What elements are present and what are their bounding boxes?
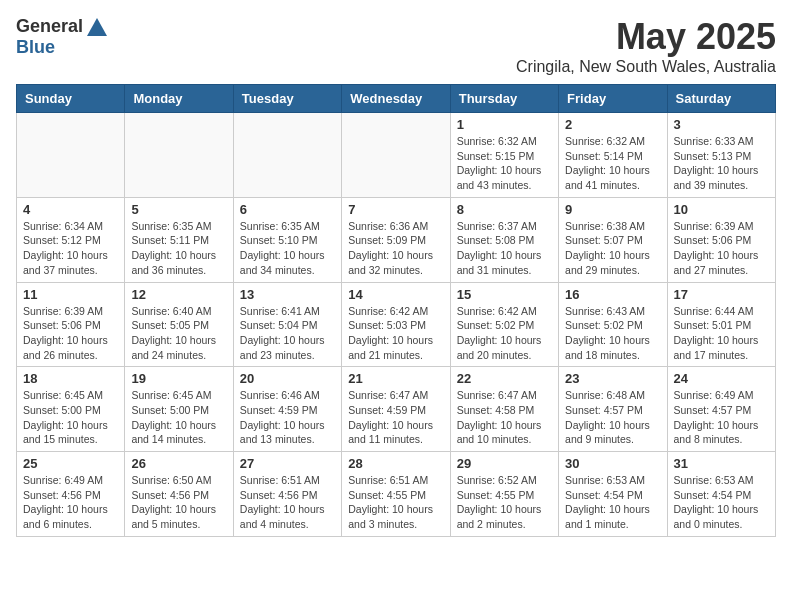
calendar-cell: 17Sunrise: 6:44 AM Sunset: 5:01 PM Dayli… [667, 282, 775, 367]
logo-blue: Blue [16, 38, 109, 58]
calendar-cell: 28Sunrise: 6:51 AM Sunset: 4:55 PM Dayli… [342, 452, 450, 537]
header-monday: Monday [125, 85, 233, 113]
month-title: May 2025 [516, 16, 776, 58]
header-tuesday: Tuesday [233, 85, 341, 113]
day-info: Sunrise: 6:40 AM Sunset: 5:05 PM Dayligh… [131, 304, 226, 363]
day-info: Sunrise: 6:37 AM Sunset: 5:08 PM Dayligh… [457, 219, 552, 278]
day-info: Sunrise: 6:39 AM Sunset: 5:06 PM Dayligh… [674, 219, 769, 278]
day-number: 5 [131, 202, 226, 217]
day-number: 19 [131, 371, 226, 386]
calendar-cell: 7Sunrise: 6:36 AM Sunset: 5:09 PM Daylig… [342, 197, 450, 282]
day-number: 2 [565, 117, 660, 132]
calendar-week-1: 1Sunrise: 6:32 AM Sunset: 5:15 PM Daylig… [17, 113, 776, 198]
day-info: Sunrise: 6:39 AM Sunset: 5:06 PM Dayligh… [23, 304, 118, 363]
day-info: Sunrise: 6:42 AM Sunset: 5:02 PM Dayligh… [457, 304, 552, 363]
day-number: 18 [23, 371, 118, 386]
calendar-cell: 26Sunrise: 6:50 AM Sunset: 4:56 PM Dayli… [125, 452, 233, 537]
day-number: 11 [23, 287, 118, 302]
day-number: 22 [457, 371, 552, 386]
calendar-cell: 3Sunrise: 6:33 AM Sunset: 5:13 PM Daylig… [667, 113, 775, 198]
day-info: Sunrise: 6:46 AM Sunset: 4:59 PM Dayligh… [240, 388, 335, 447]
day-info: Sunrise: 6:33 AM Sunset: 5:13 PM Dayligh… [674, 134, 769, 193]
day-number: 20 [240, 371, 335, 386]
svg-marker-0 [87, 18, 107, 36]
calendar-cell: 2Sunrise: 6:32 AM Sunset: 5:14 PM Daylig… [559, 113, 667, 198]
calendar-cell: 1Sunrise: 6:32 AM Sunset: 5:15 PM Daylig… [450, 113, 558, 198]
day-info: Sunrise: 6:35 AM Sunset: 5:11 PM Dayligh… [131, 219, 226, 278]
day-number: 3 [674, 117, 769, 132]
day-info: Sunrise: 6:34 AM Sunset: 5:12 PM Dayligh… [23, 219, 118, 278]
calendar-cell: 5Sunrise: 6:35 AM Sunset: 5:11 PM Daylig… [125, 197, 233, 282]
day-number: 14 [348, 287, 443, 302]
calendar: Sunday Monday Tuesday Wednesday Thursday… [16, 84, 776, 537]
calendar-cell: 16Sunrise: 6:43 AM Sunset: 5:02 PM Dayli… [559, 282, 667, 367]
calendar-cell: 8Sunrise: 6:37 AM Sunset: 5:08 PM Daylig… [450, 197, 558, 282]
day-info: Sunrise: 6:43 AM Sunset: 5:02 PM Dayligh… [565, 304, 660, 363]
day-number: 1 [457, 117, 552, 132]
calendar-cell: 19Sunrise: 6:45 AM Sunset: 5:00 PM Dayli… [125, 367, 233, 452]
day-number: 9 [565, 202, 660, 217]
day-info: Sunrise: 6:32 AM Sunset: 5:15 PM Dayligh… [457, 134, 552, 193]
calendar-cell: 10Sunrise: 6:39 AM Sunset: 5:06 PM Dayli… [667, 197, 775, 282]
calendar-cell: 21Sunrise: 6:47 AM Sunset: 4:59 PM Dayli… [342, 367, 450, 452]
calendar-week-3: 11Sunrise: 6:39 AM Sunset: 5:06 PM Dayli… [17, 282, 776, 367]
day-number: 17 [674, 287, 769, 302]
day-info: Sunrise: 6:51 AM Sunset: 4:55 PM Dayligh… [348, 473, 443, 532]
day-number: 8 [457, 202, 552, 217]
calendar-cell [125, 113, 233, 198]
logo-icon [85, 16, 109, 40]
day-info: Sunrise: 6:49 AM Sunset: 4:57 PM Dayligh… [674, 388, 769, 447]
page-header: General Blue May 2025 Cringila, New Sout… [16, 16, 776, 76]
day-number: 21 [348, 371, 443, 386]
day-info: Sunrise: 6:47 AM Sunset: 4:59 PM Dayligh… [348, 388, 443, 447]
day-info: Sunrise: 6:49 AM Sunset: 4:56 PM Dayligh… [23, 473, 118, 532]
day-info: Sunrise: 6:50 AM Sunset: 4:56 PM Dayligh… [131, 473, 226, 532]
day-number: 15 [457, 287, 552, 302]
calendar-cell: 30Sunrise: 6:53 AM Sunset: 4:54 PM Dayli… [559, 452, 667, 537]
title-section: May 2025 Cringila, New South Wales, Aust… [516, 16, 776, 76]
day-number: 30 [565, 456, 660, 471]
calendar-cell [17, 113, 125, 198]
day-info: Sunrise: 6:53 AM Sunset: 4:54 PM Dayligh… [674, 473, 769, 532]
header-saturday: Saturday [667, 85, 775, 113]
calendar-cell: 9Sunrise: 6:38 AM Sunset: 5:07 PM Daylig… [559, 197, 667, 282]
day-info: Sunrise: 6:44 AM Sunset: 5:01 PM Dayligh… [674, 304, 769, 363]
calendar-cell: 12Sunrise: 6:40 AM Sunset: 5:05 PM Dayli… [125, 282, 233, 367]
day-info: Sunrise: 6:42 AM Sunset: 5:03 PM Dayligh… [348, 304, 443, 363]
calendar-week-2: 4Sunrise: 6:34 AM Sunset: 5:12 PM Daylig… [17, 197, 776, 282]
day-info: Sunrise: 6:52 AM Sunset: 4:55 PM Dayligh… [457, 473, 552, 532]
calendar-cell [342, 113, 450, 198]
day-info: Sunrise: 6:53 AM Sunset: 4:54 PM Dayligh… [565, 473, 660, 532]
day-number: 12 [131, 287, 226, 302]
day-number: 10 [674, 202, 769, 217]
day-info: Sunrise: 6:35 AM Sunset: 5:10 PM Dayligh… [240, 219, 335, 278]
calendar-cell: 24Sunrise: 6:49 AM Sunset: 4:57 PM Dayli… [667, 367, 775, 452]
header-friday: Friday [559, 85, 667, 113]
day-number: 24 [674, 371, 769, 386]
day-number: 6 [240, 202, 335, 217]
day-number: 27 [240, 456, 335, 471]
day-number: 7 [348, 202, 443, 217]
calendar-cell: 27Sunrise: 6:51 AM Sunset: 4:56 PM Dayli… [233, 452, 341, 537]
calendar-cell: 14Sunrise: 6:42 AM Sunset: 5:03 PM Dayli… [342, 282, 450, 367]
calendar-cell: 31Sunrise: 6:53 AM Sunset: 4:54 PM Dayli… [667, 452, 775, 537]
day-info: Sunrise: 6:32 AM Sunset: 5:14 PM Dayligh… [565, 134, 660, 193]
header-wednesday: Wednesday [342, 85, 450, 113]
calendar-cell: 4Sunrise: 6:34 AM Sunset: 5:12 PM Daylig… [17, 197, 125, 282]
day-info: Sunrise: 6:51 AM Sunset: 4:56 PM Dayligh… [240, 473, 335, 532]
calendar-cell: 18Sunrise: 6:45 AM Sunset: 5:00 PM Dayli… [17, 367, 125, 452]
day-info: Sunrise: 6:45 AM Sunset: 5:00 PM Dayligh… [131, 388, 226, 447]
calendar-cell: 29Sunrise: 6:52 AM Sunset: 4:55 PM Dayli… [450, 452, 558, 537]
calendar-cell: 11Sunrise: 6:39 AM Sunset: 5:06 PM Dayli… [17, 282, 125, 367]
day-info: Sunrise: 6:47 AM Sunset: 4:58 PM Dayligh… [457, 388, 552, 447]
header-sunday: Sunday [17, 85, 125, 113]
calendar-cell: 13Sunrise: 6:41 AM Sunset: 5:04 PM Dayli… [233, 282, 341, 367]
calendar-cell: 25Sunrise: 6:49 AM Sunset: 4:56 PM Dayli… [17, 452, 125, 537]
day-number: 25 [23, 456, 118, 471]
logo-text: General Blue [16, 16, 109, 58]
day-info: Sunrise: 6:41 AM Sunset: 5:04 PM Dayligh… [240, 304, 335, 363]
day-info: Sunrise: 6:36 AM Sunset: 5:09 PM Dayligh… [348, 219, 443, 278]
calendar-week-4: 18Sunrise: 6:45 AM Sunset: 5:00 PM Dayli… [17, 367, 776, 452]
calendar-week-5: 25Sunrise: 6:49 AM Sunset: 4:56 PM Dayli… [17, 452, 776, 537]
calendar-cell: 6Sunrise: 6:35 AM Sunset: 5:10 PM Daylig… [233, 197, 341, 282]
